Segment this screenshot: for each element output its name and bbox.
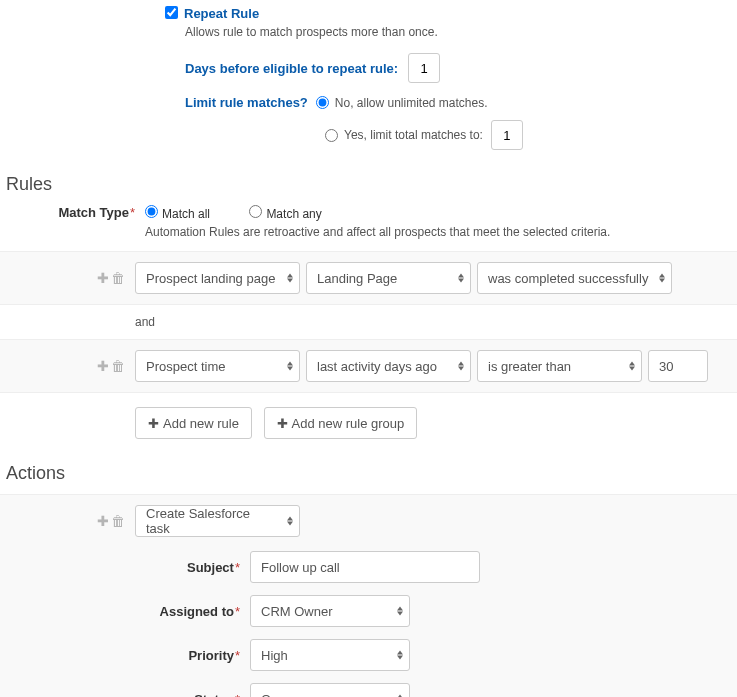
rule-sub-select[interactable]: last activity days ago [306, 350, 471, 382]
rule-row: ✚🗑 Prospect time last activity days ago … [0, 339, 737, 393]
rule-op-value: was completed successfully [488, 271, 648, 286]
status-select[interactable]: Open [250, 683, 410, 697]
limit-matches-label: Limit rule matches? [185, 95, 308, 110]
rule-sub-value: Landing Page [317, 271, 397, 286]
days-before-label: Days before eligible to repeat rule: [185, 61, 398, 76]
add-icon[interactable]: ✚ [97, 358, 109, 374]
match-any-radio[interactable] [249, 205, 262, 218]
repeat-rule-checkbox[interactable] [165, 6, 178, 19]
rule-field-select[interactable]: Prospect landing page [135, 262, 300, 294]
trash-icon[interactable]: 🗑 [111, 270, 125, 286]
priority-label: Priority [188, 648, 234, 663]
action-type-value: Create Salesforce task [146, 506, 277, 536]
add-icon[interactable]: ✚ [97, 270, 109, 286]
subject-input[interactable] [250, 551, 480, 583]
repeat-rule-title: Repeat Rule [184, 6, 259, 21]
status-value: Open [261, 692, 293, 698]
rule-op-select[interactable]: was completed successfully [477, 262, 672, 294]
rule-op-select[interactable]: is greater than [477, 350, 642, 382]
rule-value-input[interactable] [648, 350, 708, 382]
and-label: and [135, 315, 737, 329]
repeat-rule-desc: Allows rule to match prospects more than… [185, 25, 737, 39]
limit-no-text: No, allow unlimited matches. [335, 96, 488, 110]
limit-value-input[interactable] [491, 120, 523, 150]
rule-op-value: is greater than [488, 359, 571, 374]
rule-sub-select[interactable]: Landing Page [306, 262, 471, 294]
trash-icon[interactable]: 🗑 [111, 513, 125, 529]
actions-heading: Actions [6, 463, 737, 484]
add-new-rule-button[interactable]: ✚ Add new rule [135, 407, 252, 439]
limit-yes-radio[interactable]: Yes, limit total matches to: [325, 128, 483, 142]
match-all-radio[interactable] [145, 205, 158, 218]
assigned-to-value: CRM Owner [261, 604, 333, 619]
add-icon[interactable]: ✚ [97, 513, 109, 529]
rule-field-select[interactable]: Prospect time [135, 350, 300, 382]
rule-field-value: Prospect time [146, 359, 225, 374]
match-type-label: Match Type [58, 205, 129, 220]
assigned-to-label: Assigned to [160, 604, 234, 619]
subject-label: Subject [187, 560, 234, 575]
add-new-group-button[interactable]: ✚ Add new rule group [264, 407, 418, 439]
rule-sub-value: last activity days ago [317, 359, 437, 374]
trash-icon[interactable]: 🗑 [111, 358, 125, 374]
required-asterisk: * [130, 205, 135, 220]
repeat-rule-section: Repeat Rule Allows rule to match prospec… [0, 0, 737, 150]
match-all-text: Match all [162, 207, 210, 221]
action-type-row: ✚🗑 Create Salesforce task [0, 494, 737, 547]
match-any-text: Match any [266, 207, 321, 221]
add-new-group-text: Add new rule group [292, 416, 405, 431]
rule-row: ✚🗑 Prospect landing page Landing Page wa… [0, 251, 737, 305]
limit-no-radio[interactable]: No, allow unlimited matches. [316, 96, 488, 110]
priority-value: High [261, 648, 288, 663]
match-help-text: Automation Rules are retroactive and aff… [145, 225, 610, 239]
status-label: Status [194, 692, 234, 698]
rules-heading: Rules [6, 174, 737, 195]
rule-field-value: Prospect landing page [146, 271, 275, 286]
action-type-select[interactable]: Create Salesforce task [135, 505, 300, 537]
add-new-rule-text: Add new rule [163, 416, 239, 431]
days-before-input[interactable] [408, 53, 440, 83]
limit-yes-text: Yes, limit total matches to: [344, 128, 483, 142]
priority-select[interactable]: High [250, 639, 410, 671]
assigned-to-select[interactable]: CRM Owner [250, 595, 410, 627]
